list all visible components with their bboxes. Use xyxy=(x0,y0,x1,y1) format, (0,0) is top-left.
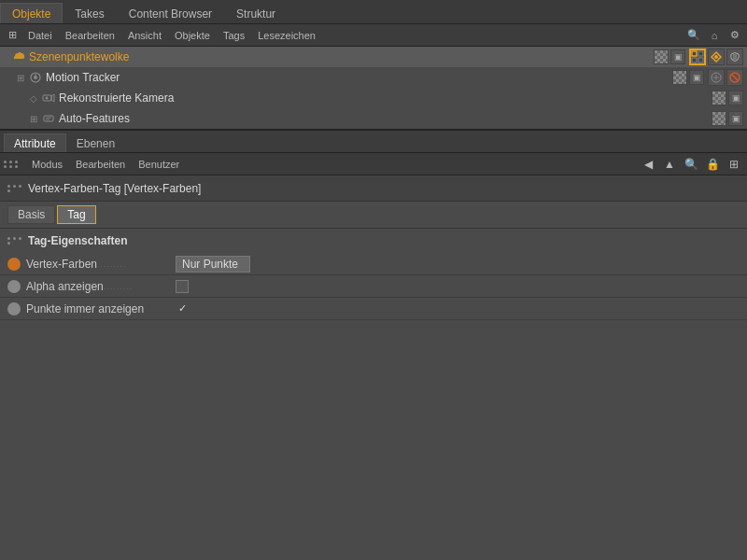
toolbar-datei[interactable]: Datei xyxy=(22,28,58,43)
obj-ctrl-lock-4[interactable]: ▣ xyxy=(728,111,743,126)
object-label-szenenpunktewolke: Szenenpunktewolke xyxy=(29,50,654,63)
svg-rect-0 xyxy=(692,51,697,56)
home-icon[interactable]: ⌂ xyxy=(706,27,723,44)
prop-check-mark-punkte: ✓ xyxy=(178,302,187,315)
object-controls-4: ▣ xyxy=(712,111,747,126)
prop-label-text-vertex: Vertex-Farben xyxy=(26,258,97,271)
svg-rect-1 xyxy=(698,51,703,56)
toolbar-tags[interactable]: Tags xyxy=(218,28,250,43)
svg-point-15 xyxy=(46,97,49,100)
arrow-left-icon[interactable]: ◀ xyxy=(639,155,657,174)
object-controls-1: ▣ xyxy=(654,49,689,64)
toolbar-lesezeichen[interactable]: Lesezeichen xyxy=(252,28,321,43)
prop-dots-alpha: ......... xyxy=(104,282,134,291)
object-label-auto-features: Auto-Features xyxy=(59,112,712,125)
search-icon[interactable]: 🔍 xyxy=(685,27,702,44)
settings-icon[interactable]: ⚙ xyxy=(726,27,743,44)
tag-icon-mt-forbidden[interactable] xyxy=(726,69,743,86)
inner-tab-bar: Basis Tag xyxy=(0,202,747,229)
obj-ctrl-lock[interactable]: ▣ xyxy=(670,49,685,64)
vertex-header-grip xyxy=(7,185,22,192)
vertex-header: Vertex-Farben-Tag [Vertex-Farben] xyxy=(0,175,747,202)
object-label-motion-tracker: Motion Tracker xyxy=(46,71,672,84)
attr-toolbar-modus[interactable]: Modus xyxy=(26,157,68,172)
object-icon-motion xyxy=(28,70,43,85)
prop-row-alpha[interactable]: Alpha anzeigen ......... xyxy=(0,275,747,298)
object-row-auto-features[interactable]: ⊞ Auto-Features ▣ xyxy=(0,108,747,129)
obj-ctrl-lock-3[interactable]: ▣ xyxy=(728,91,743,105)
top-tab-bar: Objekte Takes Content Browser Struktur xyxy=(0,0,747,24)
tab-ebenen[interactable]: Ebenen xyxy=(66,133,125,152)
prop-row-punkte[interactable]: Punkte immer anzeigen ✓ xyxy=(0,298,747,320)
svg-rect-3 xyxy=(698,58,703,63)
tab-content-browser[interactable]: Content Browser xyxy=(117,3,224,23)
obj-ctrl-vis-2[interactable] xyxy=(672,70,687,85)
svg-rect-2 xyxy=(692,58,697,63)
object-row-motion-tracker[interactable]: ⊞ Motion Tracker ▣ xyxy=(0,67,747,88)
prop-checkbox-punkte[interactable]: ✓ xyxy=(176,302,189,315)
object-row-rekonstruierte-kamera[interactable]: ◇ Rekonstruierte Kamera ▣ xyxy=(0,88,747,108)
prop-dot-alpha xyxy=(7,280,21,293)
tag-icon-mt-1[interactable] xyxy=(708,69,725,86)
svg-line-12 xyxy=(732,75,739,81)
arrow-up-icon[interactable]: ▲ xyxy=(660,155,679,174)
svg-marker-14 xyxy=(51,94,54,102)
attr-toolbar-benutzer[interactable]: Benutzer xyxy=(133,157,185,172)
tag-icon-2[interactable] xyxy=(708,49,725,65)
tab-attribute[interactable]: Attribute xyxy=(4,133,66,152)
toolbar-right-icons: 🔍 ⌂ ⚙ xyxy=(685,27,743,44)
svg-point-4 xyxy=(714,55,718,59)
object-label-rekonstruierte-kamera: Rekonstruierte Kamera xyxy=(59,91,712,105)
toolbar-bearbeiten[interactable]: Bearbeiten xyxy=(60,28,120,43)
inner-tab-basis[interactable]: Basis xyxy=(7,205,55,224)
tag-area-1 xyxy=(689,49,747,65)
tab-takes[interactable]: Takes xyxy=(63,3,116,23)
main-toolbar: ⊞ Datei Bearbeiten Ansicht Objekte Tags … xyxy=(0,24,747,47)
obj-ctrl-vis[interactable] xyxy=(654,49,669,64)
toolbar-objekte[interactable]: Objekte xyxy=(169,28,216,43)
prop-dots-vertex: ......... xyxy=(97,259,127,269)
section-header-grip xyxy=(7,237,22,245)
object-icon-camera xyxy=(41,91,56,105)
object-row-szenenpunktewolke[interactable]: Szenenpunktewolke ▣ xyxy=(0,47,747,67)
vertex-header-text: Vertex-Farben-Tag [Vertex-Farben] xyxy=(28,182,201,195)
svg-point-6 xyxy=(34,76,37,79)
tag-icon-vertex[interactable] xyxy=(689,49,706,65)
object-icon-cloud xyxy=(11,49,26,64)
lock-icon[interactable]: 🔒 xyxy=(703,155,722,174)
section-title: Tag-Eigenschaften xyxy=(28,234,127,247)
object-controls-3: ▣ xyxy=(712,91,747,105)
tag-area-2 xyxy=(708,69,747,86)
expand-icon[interactable]: ⊞ xyxy=(725,155,743,174)
tag-icon-3[interactable] xyxy=(726,49,743,65)
obj-ctrl-vis-4[interactable] xyxy=(712,111,726,126)
object-controls-2: ▣ xyxy=(672,70,708,85)
prop-label-punkte: Punkte immer anzeigen xyxy=(26,302,176,315)
empty-area xyxy=(0,320,747,518)
prop-row-vertex-farben[interactable]: Vertex-Farben ......... Nur Punkte xyxy=(0,253,747,275)
prop-label-text-punkte: Punkte immer anzeigen xyxy=(26,302,144,315)
tab-struktur[interactable]: Struktur xyxy=(224,3,288,23)
search-attr-icon[interactable]: 🔍 xyxy=(682,155,700,174)
attr-toolbar-right-icons: ◀ ▲ 🔍 🔒 ⊞ xyxy=(639,155,743,174)
svg-rect-16 xyxy=(44,116,53,121)
attr-toolbar: Modus Bearbeiten Benutzer ◀ ▲ 🔍 🔒 ⊞ xyxy=(0,153,747,175)
section-header: Tag-Eigenschaften xyxy=(0,229,747,253)
prop-checkbox-alpha[interactable] xyxy=(176,280,189,293)
toolbar-ansicht[interactable]: Ansicht xyxy=(122,28,167,43)
object-icon-auto-features xyxy=(41,111,56,126)
obj-ctrl-vis-3[interactable] xyxy=(712,91,726,105)
attr-toolbar-bearbeiten[interactable]: Bearbeiten xyxy=(70,157,131,172)
attr-toolbar-grip xyxy=(4,161,19,168)
inner-tab-tag[interactable]: Tag xyxy=(57,205,95,224)
obj-ctrl-lock-2[interactable]: ▣ xyxy=(689,70,704,85)
tab-objekte[interactable]: Objekte xyxy=(0,3,63,23)
attr-tab-bar: Attribute Ebenen xyxy=(0,131,747,153)
grid-icon[interactable]: ⊞ xyxy=(4,27,21,44)
prop-dot-vertex xyxy=(7,258,21,271)
prop-dot-punkte xyxy=(7,302,21,315)
prop-label-text-alpha: Alpha anzeigen xyxy=(26,280,104,293)
prop-label-vertex: Vertex-Farben ......... xyxy=(26,258,176,271)
object-panel: Szenenpunktewolke ▣ xyxy=(0,47,747,131)
prop-value-vertex-farben[interactable]: Nur Punkte xyxy=(176,256,250,273)
